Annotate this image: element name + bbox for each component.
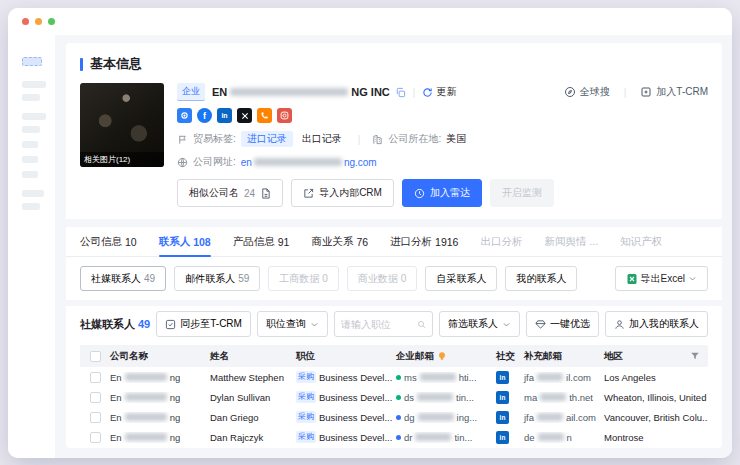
sidebar-skeleton-item[interactable]: [22, 94, 40, 101]
export-excel-button[interactable]: 导出Excel: [615, 266, 708, 291]
join-tcrm-button[interactable]: 加入T-CRM: [640, 85, 708, 99]
extra-email-suffix: ail.com: [566, 412, 596, 423]
email-status-dot: [396, 415, 401, 420]
extra-email-redacted: [537, 413, 563, 421]
gem-icon: [535, 319, 546, 330]
linkedin-icon[interactable]: in: [496, 431, 509, 444]
cell-region: Montrose: [600, 432, 708, 443]
trade-tags-row: 贸易标签: 进口记录 出口记录 | 公司所在地: 美国: [177, 131, 708, 147]
filter-funnel-icon[interactable]: [690, 351, 700, 361]
filter-contacts-dropdown[interactable]: 筛选联系人: [439, 311, 520, 337]
company-name: EN NG INC: [212, 86, 390, 98]
location-value: 美国: [446, 132, 466, 146]
table-row[interactable]: Enng Dylan Sullivan 采购Business Devel... …: [80, 387, 708, 407]
company-prefix: En: [110, 392, 122, 403]
sidebar-skeleton-item[interactable]: [22, 113, 46, 120]
sync-to-tcrm-button[interactable]: 同步至T-CRM: [156, 311, 251, 337]
email-suffix: hti...: [459, 372, 477, 383]
update-button[interactable]: 更新: [422, 85, 456, 99]
sidebar-skeleton-item[interactable]: [22, 141, 38, 148]
contacts-table: 公司名称 姓名 职位 企业邮箱 社交 补充邮箱 地区: [80, 345, 708, 448]
tab-products[interactable]: 产品信息91: [233, 227, 290, 256]
maximize-window-icon[interactable]: [48, 18, 55, 25]
instagram-icon[interactable]: [277, 108, 292, 123]
app-icon[interactable]: [177, 108, 192, 123]
linkedin-icon[interactable]: in: [496, 371, 509, 384]
select-all-checkbox[interactable]: [90, 351, 101, 362]
global-search-button[interactable]: 全球搜: [564, 85, 610, 99]
extra-email-prefix: ma: [524, 392, 537, 403]
cell-extra-email: jfail.com: [520, 372, 600, 383]
similar-companies-button[interactable]: 相似公司名 24: [177, 179, 283, 207]
sidebar-skeleton-item[interactable]: [22, 203, 40, 210]
row-checkbox[interactable]: [90, 392, 101, 403]
sidebar-skeleton-item[interactable]: [22, 190, 44, 197]
tab-intellectual-property[interactable]: 知识产权: [620, 227, 662, 256]
sidebar-skeleton-item[interactable]: [22, 156, 38, 163]
tab-label: 新闻舆情 ...: [544, 235, 598, 249]
company-redacted: [125, 413, 167, 421]
extra-email-prefix: jfa: [524, 412, 534, 423]
position-query-dropdown[interactable]: 职位查询: [257, 311, 328, 337]
sidebar-skeleton-item[interactable]: [22, 171, 38, 178]
filter-label: 工商数据: [279, 272, 319, 286]
facebook-icon[interactable]: f: [197, 108, 212, 123]
company-suffix: ng: [170, 392, 181, 403]
row-checkbox[interactable]: [90, 412, 101, 423]
tab-contacts[interactable]: 联系人108: [159, 227, 211, 256]
sidebar-skeleton-item-active[interactable]: [22, 57, 42, 66]
filter-self-collected[interactable]: 自采联系人: [425, 266, 497, 291]
similar-companies-label: 相似公司名: [189, 186, 239, 200]
website-link[interactable]: en ng.com: [241, 157, 377, 168]
linkedin-icon[interactable]: in: [496, 391, 509, 404]
table-row[interactable]: Enng Dan Rajczyk 采购Business Devel... drt…: [80, 427, 708, 447]
excel-icon: [626, 273, 638, 285]
table-row[interactable]: Enng Amanda Ignelzi 采购account executive …: [80, 447, 708, 448]
position-query-label: 职位查询: [266, 317, 306, 331]
document-icon: [260, 188, 271, 199]
contact-toolbar: 社媒联系人49 同步至T-CRM 职位查询 筛选: [80, 306, 708, 345]
import-internal-crm-button[interactable]: 导入内部CRM: [291, 179, 394, 207]
add-radar-button[interactable]: 加入雷达: [402, 179, 482, 207]
tab-company-info[interactable]: 公司信息10: [80, 227, 137, 256]
tab-import-analysis[interactable]: 进口分析1916: [390, 227, 458, 256]
tab-label: 出口分析: [480, 235, 522, 249]
row-checkbox[interactable]: [90, 432, 101, 443]
linkedin-icon[interactable]: in: [217, 108, 232, 123]
tab-label: 公司信息: [80, 235, 122, 249]
row-checkbox[interactable]: [90, 372, 101, 383]
tab-export-analysis[interactable]: 出口分析: [480, 227, 522, 256]
hint-bulb-icon[interactable]: [437, 351, 447, 361]
tab-business-relations[interactable]: 商业关系76: [311, 227, 368, 256]
export-records-tag[interactable]: 出口记录: [298, 131, 346, 147]
linkedin-icon[interactable]: in: [496, 411, 509, 424]
minimize-window-icon[interactable]: [35, 18, 42, 25]
copy-icon[interactable]: [395, 87, 406, 98]
phone-icon[interactable]: [257, 108, 272, 123]
x-twitter-icon[interactable]: [237, 108, 252, 123]
company-name-redacted: [230, 88, 348, 96]
company-prefix: En: [110, 412, 122, 423]
company-redacted: [125, 433, 167, 441]
tab-news-sentiment[interactable]: 新闻舆情 ...: [544, 227, 598, 256]
filter-email-contacts[interactable]: 邮件联系人59: [174, 266, 260, 291]
search-icon[interactable]: [417, 319, 426, 330]
filter-my-contacts[interactable]: 我的联系人: [505, 266, 577, 291]
sidebar-skeleton-item[interactable]: [22, 81, 46, 88]
column-header-region: 地区: [600, 350, 708, 363]
position-search-input[interactable]: [341, 319, 413, 330]
add-to-my-contacts-button[interactable]: 加入我的联系人: [605, 311, 708, 337]
one-click-optimize-button[interactable]: 一键优选: [526, 311, 599, 337]
table-row[interactable]: Enng Matthew Stephen 采购Business Devel...…: [80, 367, 708, 387]
table-row[interactable]: Enng Dan Griego 采购Business Devel... dgin…: [80, 407, 708, 427]
close-window-icon[interactable]: [22, 18, 29, 25]
column-header-email-label: 企业邮箱: [396, 350, 434, 363]
company-photo[interactable]: 相关图片(12): [80, 83, 164, 167]
email-prefix: ms: [404, 372, 417, 383]
import-records-tag[interactable]: 进口记录: [241, 131, 293, 147]
role-tag: 采购: [296, 371, 316, 383]
filter-social-contacts[interactable]: 社媒联系人49: [80, 266, 166, 291]
radar-icon: [414, 188, 425, 199]
sidebar-skeleton-item[interactable]: [22, 126, 40, 133]
company-prefix: En: [110, 432, 122, 443]
